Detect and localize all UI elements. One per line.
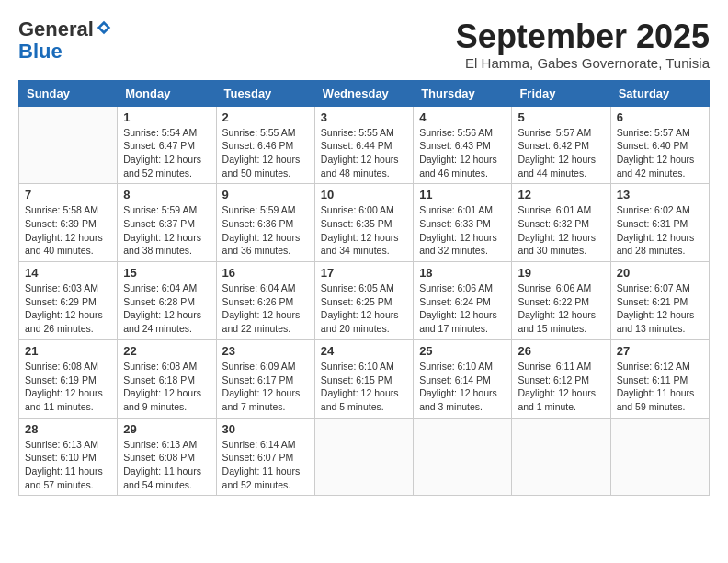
day-info: Sunrise: 6:14 AM Sunset: 6:07 PM Dayligh… [222, 438, 309, 492]
calendar-day-cell: 17Sunrise: 6:05 AM Sunset: 6:25 PM Dayli… [314, 262, 413, 340]
calendar-day-cell: 3Sunrise: 5:55 AM Sunset: 6:44 PM Daylig… [314, 106, 413, 184]
day-info: Sunrise: 6:10 AM Sunset: 6:14 PM Dayligh… [419, 360, 506, 414]
day-number: 21 [25, 344, 111, 358]
calendar-day-cell: 6Sunrise: 5:57 AM Sunset: 6:40 PM Daylig… [610, 106, 709, 184]
calendar-day-cell: 26Sunrise: 6:11 AM Sunset: 6:12 PM Dayli… [512, 339, 610, 418]
day-info: Sunrise: 6:00 AM Sunset: 6:35 PM Dayligh… [321, 203, 407, 258]
day-number: 29 [123, 422, 210, 436]
calendar-day-cell: 8Sunrise: 5:59 AM Sunset: 6:37 PM Daylig… [118, 184, 216, 262]
calendar-day-cell: 22Sunrise: 6:08 AM Sunset: 6:18 PM Dayli… [118, 339, 216, 418]
calendar-day-cell: 27Sunrise: 6:12 AM Sunset: 6:11 PM Dayli… [610, 339, 709, 418]
day-number: 16 [222, 266, 309, 280]
day-info: Sunrise: 5:55 AM Sunset: 6:46 PM Dayligh… [222, 126, 309, 180]
calendar-day-cell: 14Sunrise: 6:03 AM Sunset: 6:29 PM Dayli… [19, 262, 118, 340]
day-number: 30 [222, 422, 309, 436]
calendar-day-cell: 2Sunrise: 5:55 AM Sunset: 6:46 PM Daylig… [216, 106, 314, 184]
day-info: Sunrise: 5:57 AM Sunset: 6:40 PM Dayligh… [617, 126, 703, 180]
day-number: 27 [617, 344, 703, 358]
logo: General Blue [18, 18, 112, 63]
day-number: 11 [419, 188, 506, 201]
day-info: Sunrise: 6:02 AM Sunset: 6:31 PM Dayligh… [617, 203, 703, 258]
title-block: September 2025 El Hamma, Gabes Governora… [456, 18, 710, 71]
calendar-day-cell: 25Sunrise: 6:10 AM Sunset: 6:14 PM Dayli… [414, 339, 512, 418]
day-info: Sunrise: 5:54 AM Sunset: 6:47 PM Dayligh… [123, 126, 210, 180]
day-number: 23 [222, 344, 309, 358]
calendar-day-cell: 5Sunrise: 5:57 AM Sunset: 6:42 PM Daylig… [512, 106, 610, 184]
day-number: 2 [222, 110, 309, 124]
day-number: 19 [518, 266, 604, 280]
day-info: Sunrise: 6:08 AM Sunset: 6:19 PM Dayligh… [25, 360, 111, 414]
calendar-day-cell: 16Sunrise: 6:04 AM Sunset: 6:26 PM Dayli… [216, 262, 314, 340]
calendar-day-cell: 28Sunrise: 6:13 AM Sunset: 6:10 PM Dayli… [19, 418, 118, 496]
logo-general-text: General [18, 17, 94, 40]
calendar-day-cell: 7Sunrise: 5:58 AM Sunset: 6:39 PM Daylig… [19, 184, 118, 262]
day-number: 14 [25, 266, 111, 280]
day-info: Sunrise: 6:13 AM Sunset: 6:10 PM Dayligh… [25, 438, 111, 492]
day-info: Sunrise: 5:55 AM Sunset: 6:44 PM Dayligh… [321, 126, 407, 180]
calendar-col-header: Wednesday [314, 80, 413, 106]
calendar-day-cell: 10Sunrise: 6:00 AM Sunset: 6:35 PM Dayli… [314, 184, 413, 262]
day-info: Sunrise: 6:04 AM Sunset: 6:28 PM Dayligh… [123, 282, 210, 336]
calendar-header-row: SundayMondayTuesdayWednesdayThursdayFrid… [19, 80, 710, 106]
day-number: 6 [617, 110, 703, 124]
day-number: 9 [222, 188, 309, 201]
day-info: Sunrise: 5:58 AM Sunset: 6:39 PM Dayligh… [25, 203, 111, 258]
day-number: 4 [419, 110, 506, 124]
calendar-day-cell [19, 106, 118, 184]
day-number: 7 [25, 188, 111, 201]
day-number: 10 [321, 188, 407, 201]
day-number: 17 [321, 266, 407, 280]
calendar-day-cell: 18Sunrise: 6:06 AM Sunset: 6:24 PM Dayli… [414, 262, 512, 340]
day-info: Sunrise: 6:04 AM Sunset: 6:26 PM Dayligh… [222, 282, 309, 336]
day-info: Sunrise: 6:09 AM Sunset: 6:17 PM Dayligh… [222, 360, 309, 414]
calendar-day-cell [512, 418, 610, 496]
calendar-body: 1Sunrise: 5:54 AM Sunset: 6:47 PM Daylig… [19, 106, 710, 496]
logo-blue-text: Blue [18, 40, 63, 63]
calendar-day-cell: 11Sunrise: 6:01 AM Sunset: 6:33 PM Dayli… [414, 184, 512, 262]
day-number: 3 [321, 110, 407, 124]
day-number: 25 [419, 344, 506, 358]
calendar-day-cell [314, 418, 413, 496]
page-header: General Blue September 2025 El Hamma, Ga… [18, 18, 710, 71]
calendar-day-cell [610, 418, 709, 496]
calendar-day-cell: 20Sunrise: 6:07 AM Sunset: 6:21 PM Dayli… [610, 262, 709, 340]
calendar-col-header: Saturday [610, 80, 709, 106]
calendar-day-cell: 23Sunrise: 6:09 AM Sunset: 6:17 PM Dayli… [216, 339, 314, 418]
month-title: September 2025 [456, 18, 710, 55]
calendar-day-cell: 15Sunrise: 6:04 AM Sunset: 6:28 PM Dayli… [118, 262, 216, 340]
logo-icon [96, 19, 112, 36]
day-info: Sunrise: 6:07 AM Sunset: 6:21 PM Dayligh… [617, 282, 703, 336]
calendar-week-row: 28Sunrise: 6:13 AM Sunset: 6:10 PM Dayli… [19, 418, 710, 496]
day-info: Sunrise: 6:08 AM Sunset: 6:18 PM Dayligh… [123, 360, 210, 414]
day-info: Sunrise: 5:57 AM Sunset: 6:42 PM Dayligh… [518, 126, 604, 180]
day-number: 28 [25, 422, 111, 436]
day-info: Sunrise: 6:13 AM Sunset: 6:08 PM Dayligh… [123, 438, 210, 492]
day-number: 26 [518, 344, 604, 358]
calendar-day-cell: 13Sunrise: 6:02 AM Sunset: 6:31 PM Dayli… [610, 184, 709, 262]
calendar-table: SundayMondayTuesdayWednesdayThursdayFrid… [18, 80, 710, 497]
day-info: Sunrise: 5:59 AM Sunset: 6:37 PM Dayligh… [123, 203, 210, 258]
day-info: Sunrise: 6:01 AM Sunset: 6:32 PM Dayligh… [518, 203, 604, 258]
day-number: 24 [321, 344, 407, 358]
calendar-col-header: Thursday [414, 80, 512, 106]
day-info: Sunrise: 6:05 AM Sunset: 6:25 PM Dayligh… [321, 282, 407, 336]
day-info: Sunrise: 6:03 AM Sunset: 6:29 PM Dayligh… [25, 282, 111, 336]
day-number: 8 [123, 188, 210, 201]
calendar-week-row: 21Sunrise: 6:08 AM Sunset: 6:19 PM Dayli… [19, 339, 710, 418]
calendar-day-cell: 24Sunrise: 6:10 AM Sunset: 6:15 PM Dayli… [314, 339, 413, 418]
day-number: 13 [617, 188, 703, 201]
day-info: Sunrise: 6:06 AM Sunset: 6:22 PM Dayligh… [518, 282, 604, 336]
day-info: Sunrise: 6:10 AM Sunset: 6:15 PM Dayligh… [321, 360, 407, 414]
day-number: 18 [419, 266, 506, 280]
day-info: Sunrise: 6:01 AM Sunset: 6:33 PM Dayligh… [419, 203, 506, 258]
calendar-day-cell: 19Sunrise: 6:06 AM Sunset: 6:22 PM Dayli… [512, 262, 610, 340]
day-info: Sunrise: 5:56 AM Sunset: 6:43 PM Dayligh… [419, 126, 506, 180]
day-number: 1 [123, 110, 210, 124]
day-info: Sunrise: 6:11 AM Sunset: 6:12 PM Dayligh… [518, 360, 604, 414]
day-info: Sunrise: 6:12 AM Sunset: 6:11 PM Dayligh… [617, 360, 703, 414]
calendar-day-cell: 4Sunrise: 5:56 AM Sunset: 6:43 PM Daylig… [414, 106, 512, 184]
calendar-day-cell: 1Sunrise: 5:54 AM Sunset: 6:47 PM Daylig… [118, 106, 216, 184]
day-number: 15 [123, 266, 210, 280]
calendar-day-cell: 30Sunrise: 6:14 AM Sunset: 6:07 PM Dayli… [216, 418, 314, 496]
calendar-col-header: Sunday [19, 80, 118, 106]
